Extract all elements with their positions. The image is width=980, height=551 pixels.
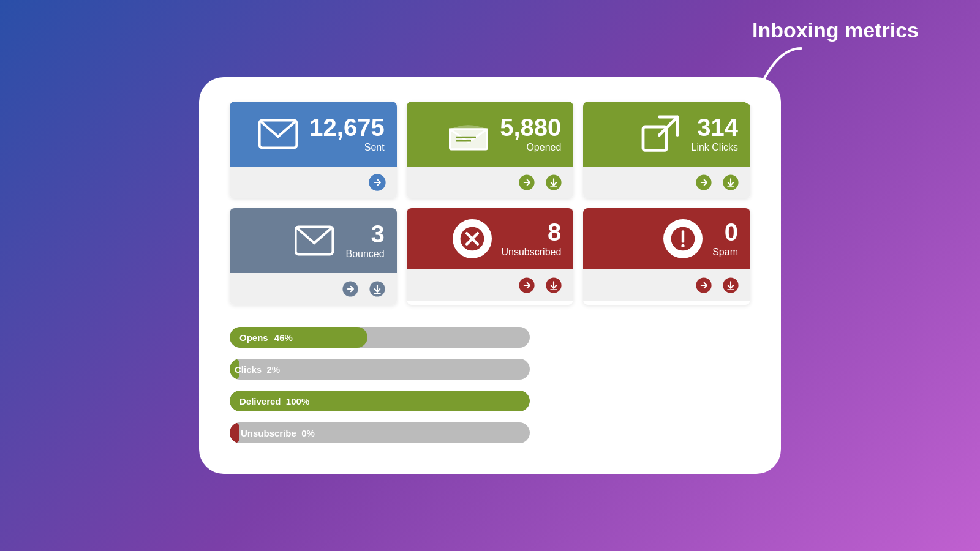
delivered-text: Delivered 100% (239, 396, 309, 407)
spam-download-icon[interactable] (721, 276, 741, 295)
bounced-number: 3 (345, 222, 384, 246)
link-clicks-number: 314 (692, 115, 738, 140)
spam-actions (583, 269, 750, 301)
sent-label: Sent (309, 142, 384, 153)
unsubscribed-x-icon (453, 219, 492, 258)
spam-info: 0 Spam (712, 220, 738, 258)
unsubscribed-download-icon[interactable] (544, 276, 564, 295)
opens-text: Opens (239, 332, 268, 343)
bounced-info: 3 Bounced (345, 222, 384, 260)
unsubscribe-text: Unsubscribe 0% (241, 428, 315, 438)
clicks-text: Clicks 2% (235, 364, 280, 375)
unsubscribe-progress-row: Unsubscribe 0% (230, 422, 750, 443)
delivered-progress-row: Delivered 100% (230, 391, 750, 411)
link-clicks-download-icon[interactable] (721, 173, 741, 192)
main-card: 12,675 Sent (199, 77, 781, 474)
unsubscribed-number: 8 (502, 220, 562, 244)
metrics-grid: 12,675 Sent (230, 102, 750, 305)
unsubscribed-card: 8 Unsubscribed (407, 208, 574, 305)
link-clicks-actions (583, 167, 750, 198)
unsubscribed-label: Unsubscribed (502, 247, 562, 258)
link-clicks-card: 314 Link Clicks (583, 102, 750, 198)
bounced-card: 3 Bounced (230, 208, 397, 305)
arrow-icon (715, 42, 813, 110)
bounced-actions (230, 273, 397, 305)
link-clicks-info: 314 Link Clicks (692, 115, 738, 153)
opened-info: 5,880 Opened (500, 115, 561, 153)
bounced-envelope-icon (293, 219, 336, 262)
clicks-track: Clicks 2% (230, 359, 530, 380)
unsubscribe-fill (230, 422, 239, 443)
bounced-download-icon[interactable] (368, 279, 387, 299)
opened-number: 5,880 (500, 115, 561, 140)
spam-card: 0 Spam (583, 208, 750, 305)
sent-envelope-icon (257, 113, 300, 156)
opened-card: 5,880 Opened (407, 102, 574, 198)
svg-marker-0 (745, 96, 760, 108)
opens-fill: Opens 46% (230, 327, 368, 348)
spam-label: Spam (712, 247, 738, 258)
spam-number: 0 (712, 220, 738, 244)
sent-card: 12,675 Sent (230, 102, 397, 198)
progress-section: Opens 46% Clicks 2% Delivered 100% (230, 327, 750, 443)
opened-actions (407, 167, 574, 198)
unsubscribed-actions (407, 269, 574, 301)
opened-envelope-icon (447, 113, 490, 156)
sent-info: 12,675 Sent (309, 115, 384, 153)
opens-progress-row: Opens 46% (230, 327, 750, 348)
spam-arrow-icon[interactable] (694, 276, 714, 295)
clicks-progress-row: Clicks 2% (230, 359, 750, 380)
opens-percent: 46% (272, 332, 293, 343)
sent-number: 12,675 (309, 115, 384, 140)
inboxing-metrics-label: Inboxing metrics (752, 18, 919, 42)
unsubscribed-arrow-icon[interactable] (517, 276, 537, 295)
spam-exclamation-icon (663, 219, 703, 258)
bounced-arrow-icon[interactable] (341, 279, 360, 299)
link-clicks-arrow-icon[interactable] (694, 173, 714, 192)
link-clicks-label: Link Clicks (692, 142, 738, 153)
link-clicks-icon (639, 113, 682, 156)
opened-label: Opened (500, 142, 561, 153)
bounced-label: Bounced (345, 249, 384, 260)
unsubscribed-info: 8 Unsubscribed (502, 220, 562, 258)
opened-arrow-icon[interactable] (517, 173, 537, 192)
sent-actions (230, 167, 397, 198)
sent-arrow-icon[interactable] (368, 173, 387, 192)
delivered-track: Delivered 100% (230, 391, 530, 411)
opened-download-icon[interactable] (544, 173, 564, 192)
unsubscribe-track: Unsubscribe 0% (230, 422, 530, 443)
opens-track: Opens 46% (230, 327, 530, 348)
delivered-fill: Delivered 100% (230, 391, 530, 411)
svg-point-29 (682, 244, 685, 247)
